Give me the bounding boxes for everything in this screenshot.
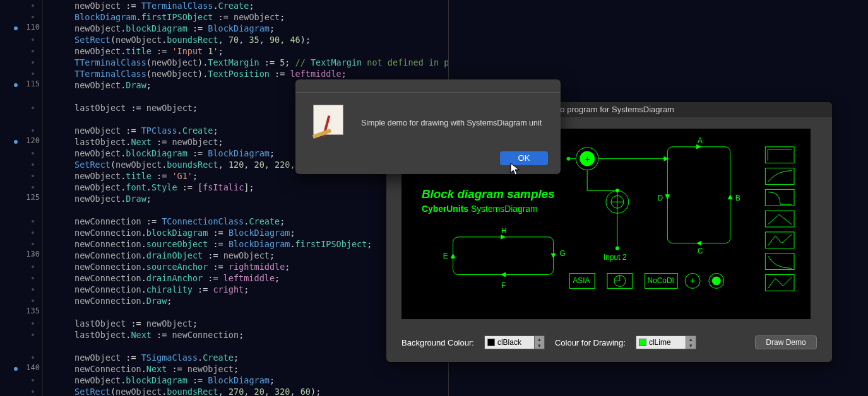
code-line[interactable]: newConnection.Next := newObject; [74,363,448,375]
gutter-dot-icon [32,288,34,291]
svg-marker-10 [665,194,670,199]
draw-swatch [639,339,646,346]
gutter-dot-icon [32,73,34,75]
gutter-dot-icon [32,129,34,132]
svg-marker-4 [451,253,456,259]
gutter-dot-icon [32,152,34,154]
label-E: E [443,252,448,260]
box-asia: ASIA [573,276,590,285]
alert-dialog: Simple demo for drawing with SystemsDiag… [295,79,561,174]
gutter-dot-icon [32,4,34,7]
label-D: D [657,194,663,202]
gutter-dot-icon [32,254,34,257]
svg-point-24 [615,247,619,250]
draw-colour-combo[interactable]: clLime [636,335,696,349]
gutter-dot-icon [32,379,34,381]
svg-point-22 [615,189,619,192]
gutter-dot-icon [32,16,34,18]
line-number: 115 [15,79,40,88]
line-number: 110 [15,23,40,32]
code-line[interactable]: newObject := TTerminalClass.Create; [74,0,448,11]
gutter-dot-icon [32,334,34,336]
ok-button[interactable]: OK [500,151,548,165]
gutter-dot-icon [32,50,34,52]
svg-rect-40 [765,211,794,227]
svg-marker-5 [551,253,556,259]
bg-swatch [487,339,495,346]
bottom-bar: Background Colour: clBlack Colour for Dr… [401,335,817,349]
svg-marker-9 [696,241,701,246]
code-line[interactable]: TTerminalClass(newObject).TextPosition :… [74,68,448,79]
svg-marker-7 [696,144,701,149]
gutter-dot-icon [32,163,34,166]
gutter-dot-icon [32,390,34,393]
gutter-dot-icon [32,243,34,245]
breakpoint-icon[interactable] [14,83,18,87]
dialog-message: Simple demo for drawing with SystemsDiag… [361,119,548,127]
code-line[interactable]: newObject.blockDiagram := BlockDiagram; [74,375,448,386]
svg-marker-18 [663,156,669,161]
label-B: B [735,194,740,202]
svg-marker-2 [501,235,506,240]
breakpoint-icon[interactable] [14,26,18,30]
label-H: H [501,226,507,235]
svg-rect-6 [667,147,730,243]
gutter-dot-icon [32,38,34,41]
label-input2: Input 2 [603,253,627,262]
code-editor[interactable]: 110115120125130135140 newObject := TTerm… [0,0,448,396]
label-G: G [559,249,565,258]
gutter: 110115120125130135140 [0,0,43,396]
breakpoint-icon[interactable] [14,140,18,144]
gutter-dot-icon [32,265,34,268]
code-line[interactable]: SetRect(newObject.boundsRect, 270, 20, 3… [74,386,448,396]
gutter-dot-icon [32,322,34,325]
svg-text:+: + [585,154,590,164]
label-A: A [698,136,703,145]
line-number: 120 [15,136,40,145]
svg-rect-1 [453,237,554,275]
stepper-icon[interactable] [686,336,696,349]
svg-rect-41 [765,232,794,248]
code-line[interactable]: SetRect(newObject.boundsRect, 70, 35, 90… [74,34,448,45]
gutter-dot-icon [32,300,34,302]
code-line[interactable]: newObject.blockDiagram := BlockDiagram; [74,23,448,34]
line-number: 140 [15,363,40,372]
line-number: 135 [15,306,40,315]
svg-text:+: + [690,276,695,286]
code-line[interactable]: newObject.title := 'Input 1'; [74,45,448,57]
gutter-dot-icon [32,356,34,359]
bg-colour-value: clBlack [497,338,521,347]
svg-rect-42 [765,253,794,270]
diagram-title: Block diagram samples [422,187,555,201]
bg-colour-combo[interactable]: clBlack [484,335,545,349]
draw-colour-value: clLime [649,338,671,347]
svg-marker-3 [501,272,506,277]
svg-point-26 [566,157,570,161]
code-line[interactable]: TTerminalClass(newObject).TextMargin := … [74,57,448,68]
label-F: F [501,281,506,290]
gutter-dot-icon [32,175,34,177]
draw-demo-button[interactable]: Draw Demo [755,335,817,349]
gutter-dot-icon [32,186,34,189]
gutter-dot-icon [32,277,34,279]
box-nocodi: NoCoDI [648,276,674,285]
app-icon [313,105,343,135]
line-number: 125 [15,193,40,202]
gutter-dot-icon [32,220,34,223]
dialog-divider [295,92,561,93]
label-C: C [698,247,703,255]
svg-marker-8 [728,194,733,199]
code-line[interactable]: BlockDiagram.firstIPSObject := newObject… [74,11,448,23]
gutter-dot-icon [32,61,34,64]
gutter-dot-icon [32,107,34,109]
chart-icons [765,147,794,291]
diagram-subtitle-rest: SystemsDiagram [468,204,538,214]
gutter-dot-icon [32,197,34,200]
diagram-subtitle-bold: CyberUnits [422,204,468,214]
line-number: 130 [15,250,40,259]
svg-point-36 [712,276,721,285]
stepper-icon[interactable] [534,336,544,349]
breakpoint-icon[interactable] [14,367,18,371]
svg-text:CyberUnits SystemsDiagram: CyberUnits SystemsDiagram [422,204,538,214]
draw-colour-label: Colour for Drawing: [555,338,626,347]
